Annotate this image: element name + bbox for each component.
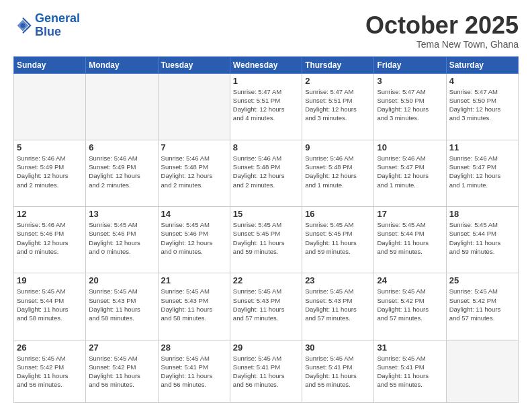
day-info: Sunrise: 5:47 AMSunset: 5:51 PMDaylight:… (233, 87, 299, 123)
calendar-cell: 24Sunrise: 5:45 AMSunset: 5:42 PMDayligh… (374, 273, 446, 340)
calendar-cell (86, 73, 158, 140)
week-row-1: 1Sunrise: 5:47 AMSunset: 5:51 PMDaylight… (14, 73, 519, 140)
calendar-cell (446, 340, 518, 402)
day-info: Sunrise: 5:45 AMSunset: 5:46 PMDaylight:… (89, 220, 154, 256)
calendar-cell: 18Sunrise: 5:45 AMSunset: 5:44 PMDayligh… (446, 207, 518, 273)
day-header-tuesday: Tuesday (158, 56, 230, 73)
calendar-cell: 4Sunrise: 5:47 AMSunset: 5:50 PMDaylight… (446, 73, 518, 140)
day-info: Sunrise: 5:46 AMSunset: 5:48 PMDaylight:… (305, 154, 371, 189)
day-info: Sunrise: 5:46 AMSunset: 5:49 PMDaylight:… (17, 154, 83, 189)
day-info: Sunrise: 5:45 AMSunset: 5:42 PMDaylight:… (17, 354, 83, 390)
day-info: Sunrise: 5:46 AMSunset: 5:47 PMDaylight:… (377, 154, 443, 189)
calendar-cell: 8Sunrise: 5:46 AMSunset: 5:48 PMDaylight… (230, 140, 302, 206)
day-number: 22 (233, 275, 299, 285)
day-info: Sunrise: 5:46 AMSunset: 5:48 PMDaylight:… (161, 154, 227, 189)
calendar-cell: 26Sunrise: 5:45 AMSunset: 5:42 PMDayligh… (14, 340, 86, 402)
day-info: Sunrise: 5:45 AMSunset: 5:43 PMDaylight:… (161, 287, 227, 322)
logo-general: General (35, 11, 80, 25)
day-info: Sunrise: 5:45 AMSunset: 5:44 PMDaylight:… (17, 287, 83, 322)
day-number: 12 (17, 209, 83, 219)
calendar-cell: 23Sunrise: 5:45 AMSunset: 5:43 PMDayligh… (302, 273, 374, 340)
day-info: Sunrise: 5:45 AMSunset: 5:45 PMDaylight:… (305, 220, 371, 256)
calendar-cell: 6Sunrise: 5:46 AMSunset: 5:49 PMDaylight… (86, 140, 158, 206)
day-number: 29 (233, 342, 299, 353)
day-number: 4 (449, 76, 515, 86)
calendar-cell: 16Sunrise: 5:45 AMSunset: 5:45 PMDayligh… (302, 207, 374, 273)
day-number: 14 (161, 209, 227, 219)
logo-blue: Blue (35, 25, 61, 38)
week-row-4: 19Sunrise: 5:45 AMSunset: 5:44 PMDayligh… (14, 273, 519, 340)
day-info: Sunrise: 5:45 AMSunset: 5:41 PMDaylight:… (161, 354, 227, 390)
day-number: 19 (17, 275, 83, 285)
day-info: Sunrise: 5:46 AMSunset: 5:47 PMDaylight:… (449, 154, 515, 189)
day-number: 3 (377, 76, 443, 86)
day-info: Sunrise: 5:45 AMSunset: 5:41 PMDaylight:… (305, 354, 371, 390)
page: General Blue October 2025 Tema New Town,… (0, 0, 532, 411)
day-number: 21 (161, 275, 227, 285)
calendar-cell: 7Sunrise: 5:46 AMSunset: 5:48 PMDaylight… (158, 140, 230, 206)
day-number: 20 (89, 275, 154, 285)
day-header-friday: Friday (374, 56, 446, 73)
calendar-cell: 22Sunrise: 5:45 AMSunset: 5:43 PMDayligh… (230, 273, 302, 340)
month-title: October 2025 (365, 12, 519, 39)
logo: General Blue (13, 12, 80, 39)
calendar-cell: 10Sunrise: 5:46 AMSunset: 5:47 PMDayligh… (374, 140, 446, 206)
day-info: Sunrise: 5:45 AMSunset: 5:42 PMDaylight:… (377, 287, 443, 322)
day-info: Sunrise: 5:46 AMSunset: 5:48 PMDaylight:… (233, 154, 299, 189)
day-number: 31 (377, 342, 443, 353)
day-info: Sunrise: 5:45 AMSunset: 5:43 PMDaylight:… (89, 287, 154, 322)
calendar-header-row: SundayMondayTuesdayWednesdayThursdayFrid… (14, 56, 519, 73)
week-row-5: 26Sunrise: 5:45 AMSunset: 5:42 PMDayligh… (14, 340, 519, 402)
day-number: 10 (377, 142, 443, 152)
day-number: 25 (449, 275, 515, 285)
week-row-3: 12Sunrise: 5:46 AMSunset: 5:46 PMDayligh… (14, 207, 519, 273)
calendar-cell: 14Sunrise: 5:45 AMSunset: 5:46 PMDayligh… (158, 207, 230, 273)
day-number: 15 (233, 209, 299, 219)
day-header-thursday: Thursday (302, 56, 374, 73)
day-number: 24 (377, 275, 443, 285)
day-header-monday: Monday (86, 56, 158, 73)
day-number: 6 (89, 142, 154, 152)
day-info: Sunrise: 5:45 AMSunset: 5:45 PMDaylight:… (233, 220, 299, 256)
day-number: 2 (305, 76, 371, 86)
day-info: Sunrise: 5:45 AMSunset: 5:43 PMDaylight:… (305, 287, 371, 322)
calendar-cell: 27Sunrise: 5:45 AMSunset: 5:42 PMDayligh… (86, 340, 158, 402)
day-number: 23 (305, 275, 371, 285)
day-number: 9 (305, 142, 371, 152)
day-number: 28 (161, 342, 227, 353)
day-header-saturday: Saturday (446, 56, 518, 73)
logo-text: General Blue (35, 12, 80, 39)
day-info: Sunrise: 5:45 AMSunset: 5:44 PMDaylight:… (449, 220, 515, 256)
svg-point-1 (21, 23, 26, 28)
calendar-cell: 3Sunrise: 5:47 AMSunset: 5:50 PMDaylight… (374, 73, 446, 140)
day-number: 27 (89, 342, 154, 353)
day-header-wednesday: Wednesday (230, 56, 302, 73)
day-number: 16 (305, 209, 371, 219)
day-info: Sunrise: 5:47 AMSunset: 5:50 PMDaylight:… (377, 87, 443, 123)
calendar-cell: 9Sunrise: 5:46 AMSunset: 5:48 PMDaylight… (302, 140, 374, 206)
day-info: Sunrise: 5:46 AMSunset: 5:46 PMDaylight:… (17, 220, 83, 256)
day-number: 17 (377, 209, 443, 219)
day-number: 18 (449, 209, 515, 219)
day-info: Sunrise: 5:47 AMSunset: 5:50 PMDaylight:… (449, 87, 515, 123)
day-info: Sunrise: 5:46 AMSunset: 5:49 PMDaylight:… (89, 154, 154, 189)
day-info: Sunrise: 5:45 AMSunset: 5:41 PMDaylight:… (233, 354, 299, 390)
calendar-cell: 29Sunrise: 5:45 AMSunset: 5:41 PMDayligh… (230, 340, 302, 402)
calendar-cell: 19Sunrise: 5:45 AMSunset: 5:44 PMDayligh… (14, 273, 86, 340)
day-number: 13 (89, 209, 154, 219)
calendar-table: SundayMondayTuesdayWednesdayThursdayFrid… (13, 56, 519, 403)
week-row-2: 5Sunrise: 5:46 AMSunset: 5:49 PMDaylight… (14, 140, 519, 206)
day-info: Sunrise: 5:45 AMSunset: 5:41 PMDaylight:… (377, 354, 443, 390)
day-info: Sunrise: 5:45 AMSunset: 5:42 PMDaylight:… (89, 354, 154, 390)
day-info: Sunrise: 5:45 AMSunset: 5:44 PMDaylight:… (377, 220, 443, 256)
calendar-cell: 1Sunrise: 5:47 AMSunset: 5:51 PMDaylight… (230, 73, 302, 140)
day-number: 11 (449, 142, 515, 152)
calendar-cell: 11Sunrise: 5:46 AMSunset: 5:47 PMDayligh… (446, 140, 518, 206)
day-number: 30 (305, 342, 371, 353)
day-info: Sunrise: 5:47 AMSunset: 5:51 PMDaylight:… (305, 87, 371, 123)
location: Tema New Town, Ghana (365, 39, 519, 50)
calendar-cell: 20Sunrise: 5:45 AMSunset: 5:43 PMDayligh… (86, 273, 158, 340)
calendar-cell (14, 73, 86, 140)
day-number: 8 (233, 142, 299, 152)
day-number: 7 (161, 142, 227, 152)
